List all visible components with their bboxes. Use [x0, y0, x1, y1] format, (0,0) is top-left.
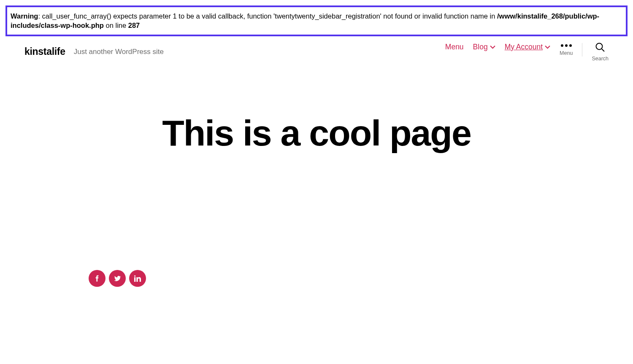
- page-title: This is a cool page: [0, 112, 633, 154]
- svg-point-0: [596, 43, 603, 49]
- nav-link-my-account[interactable]: My Account: [505, 43, 550, 51]
- nav-links: Menu Blog My Account: [445, 42, 550, 51]
- menu-toggle-button[interactable]: Menu: [560, 42, 573, 56]
- social-linkedin-button[interactable]: [129, 270, 146, 287]
- warning-message: : call_user_func_array() expects paramet…: [38, 12, 497, 20]
- warning-line-number: 287: [128, 22, 140, 29]
- social-facebook-button[interactable]: [89, 270, 106, 287]
- nav-link-menu[interactable]: Menu: [445, 43, 464, 51]
- nav-link-label: My Account: [505, 43, 543, 51]
- menu-button-label: Menu: [560, 50, 573, 56]
- php-warning-box: Warning: call_user_func_array() expects …: [5, 5, 628, 36]
- twitter-icon: [114, 275, 121, 282]
- site-title[interactable]: kinstalife: [24, 46, 65, 57]
- primary-nav: Menu Blog My Account Menu: [445, 42, 609, 62]
- site-tagline: Just another WordPress site: [74, 48, 164, 56]
- search-toggle-button[interactable]: Search: [592, 42, 609, 62]
- warning-label: Warning: [11, 12, 38, 20]
- nav-link-label: Menu: [445, 43, 464, 51]
- social-links: [89, 270, 633, 287]
- chevron-down-icon: [545, 44, 550, 50]
- search-button-label: Search: [592, 56, 609, 62]
- dots-icon: [561, 42, 572, 47]
- divider: [582, 43, 582, 57]
- nav-link-blog[interactable]: Blog: [473, 43, 495, 51]
- chevron-down-icon: [490, 44, 495, 50]
- facebook-icon: [93, 275, 101, 282]
- svg-line-1: [602, 49, 604, 51]
- site-header: kinstalife Just another WordPress site M…: [0, 36, 633, 62]
- social-twitter-button[interactable]: [109, 270, 126, 287]
- linkedin-icon: [134, 275, 141, 282]
- search-icon: [595, 42, 605, 52]
- warning-on-line: on line: [104, 22, 128, 29]
- nav-link-label: Blog: [473, 43, 488, 51]
